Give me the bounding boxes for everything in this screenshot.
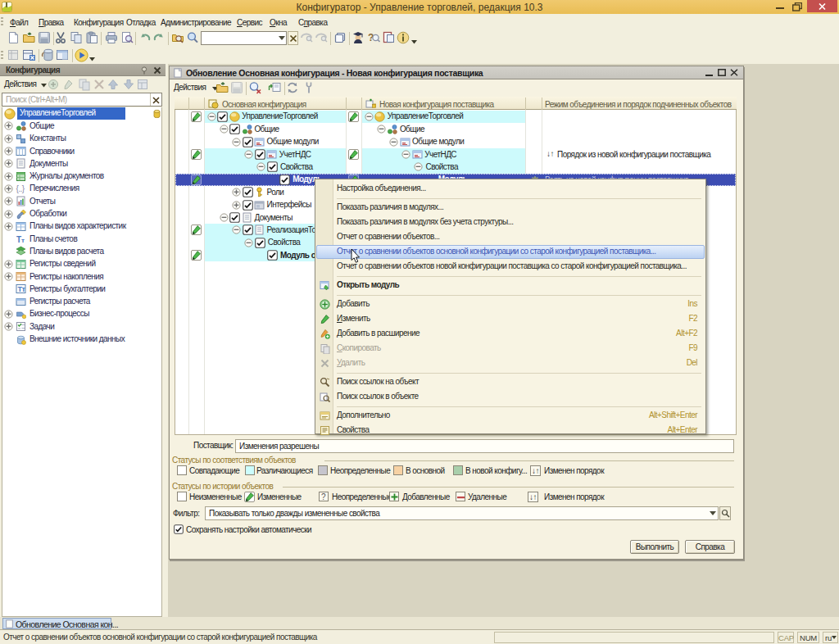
svg-text:т: т [21,237,25,244]
svg-text:Tт: Tт [18,285,26,293]
svg-text:{..}: {..} [16,184,25,193]
